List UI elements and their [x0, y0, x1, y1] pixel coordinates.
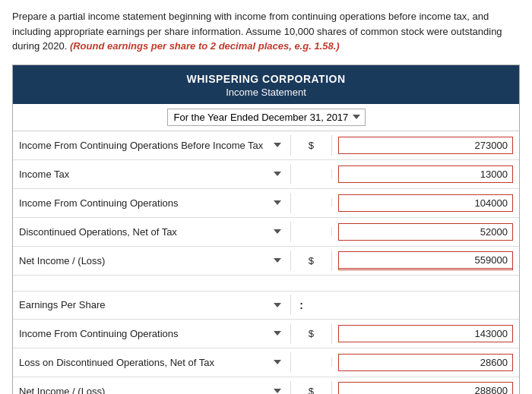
value-input-4[interactable]	[338, 251, 513, 270]
value-cell-e1	[332, 322, 519, 345]
statement-header: WHISPERING CORPORATION Income Statement	[13, 65, 519, 104]
instructions-highlight: (Round earnings per share to 2 decimal p…	[70, 40, 340, 52]
value-cell-2	[332, 191, 519, 215]
table-row: Income From Continuing Operations $	[13, 320, 519, 348]
earnings-header-row: Earnings Per Share :	[13, 291, 519, 320]
label-cell: Income From Continuing Operations Before…	[13, 135, 291, 156]
dollar-sign-4: $	[291, 251, 331, 271]
row-label-select-eps[interactable]: Earnings Per Share	[19, 299, 284, 310]
table-row: Income Tax	[13, 160, 519, 189]
row-label-select-4[interactable]: Net Income / (Loss)	[19, 255, 284, 266]
dollar-sign-3	[291, 227, 331, 236]
label-cell: Income Tax	[13, 164, 291, 184]
value-input-e1[interactable]	[338, 325, 513, 342]
label-cell: Income From Continuing Operations	[13, 193, 291, 213]
row-label-select-e1[interactable]: Income From Continuing Operations	[19, 328, 284, 339]
row-label-select-3[interactable]: Discontinued Operations, Net of Tax	[19, 226, 284, 238]
corp-name: WHISPERING CORPORATION	[19, 73, 513, 85]
table-row: Income From Continuing Operations	[13, 189, 519, 218]
value-cell-1	[332, 162, 519, 186]
value-input-1[interactable]	[338, 165, 513, 183]
row-label-select-1[interactable]: Income Tax	[19, 169, 284, 180]
instructions: Prepare a partial income statement begin…	[12, 9, 520, 54]
row-label-select-0[interactable]: Income From Continuing Operations Before…	[19, 140, 284, 151]
label-cell: Net Income / (Loss)	[13, 381, 291, 395]
income-table: Income From Continuing Operations Before…	[13, 131, 519, 395]
table-row: Discontinued Operations, Net of Tax	[13, 218, 519, 247]
table-row: Net Income / (Loss) $	[13, 377, 519, 395]
row-label-select-2[interactable]: Income From Continuing Operations	[19, 197, 284, 209]
row-label-select-e3[interactable]: Net Income / (Loss)	[19, 386, 284, 395]
table-row: Net Income / (Loss) $	[13, 247, 519, 276]
row-label-select-e2[interactable]: Loss on Discontinued Operations, Net of …	[19, 357, 284, 368]
value-cell-3	[332, 220, 519, 244]
year-select[interactable]: For the Year Ended December 31, 2017	[167, 109, 366, 126]
label-cell: Net Income / (Loss)	[13, 251, 291, 271]
dollar-sign-2	[291, 198, 331, 207]
stmt-title: Income Statement	[19, 87, 513, 98]
statement-container: WHISPERING CORPORATION Income Statement …	[12, 65, 520, 395]
spacer	[13, 276, 519, 283]
value-input-e2[interactable]	[338, 354, 513, 371]
dollar-sign-e2	[291, 358, 331, 367]
value-cell-0	[332, 134, 519, 157]
value-input-3[interactable]	[338, 223, 513, 241]
colon: :	[291, 299, 312, 311]
value-input-0[interactable]	[338, 137, 513, 154]
table-row: Loss on Discontinued Operations, Net of …	[13, 348, 519, 377]
dollar-sign-1	[291, 169, 331, 178]
value-input-e3[interactable]	[338, 382, 513, 395]
value-input-2[interactable]	[338, 194, 513, 212]
dollar-sign-e1: $	[291, 323, 331, 344]
label-cell: Loss on Discontinued Operations, Net of …	[13, 352, 291, 373]
value-cell-e2	[332, 351, 519, 374]
value-cell-4	[332, 248, 519, 273]
value-cell-eps	[312, 302, 519, 308]
dollar-sign-0: $	[291, 135, 331, 156]
label-cell: Discontinued Operations, Net of Tax	[13, 222, 291, 242]
year-row: For the Year Ended December 31, 2017	[13, 104, 519, 131]
value-cell-e3	[332, 379, 519, 395]
table-row: Income From Continuing Operations Before…	[13, 131, 519, 160]
earnings-label-cell: Earnings Per Share	[13, 295, 291, 315]
dollar-sign-e3: $	[291, 381, 331, 395]
label-cell: Income From Continuing Operations	[13, 323, 291, 344]
